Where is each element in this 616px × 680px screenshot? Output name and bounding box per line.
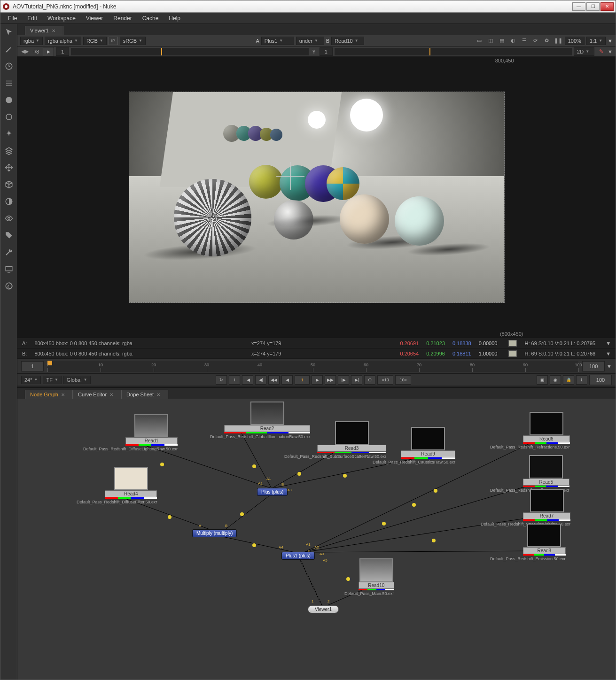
minimize-button[interactable]: —	[572, 2, 585, 11]
list-icon[interactable]	[2, 77, 16, 90]
loop-icon[interactable]: ↻	[216, 375, 227, 385]
cube-icon[interactable]	[2, 178, 16, 191]
menu-cache[interactable]: Cache	[138, 14, 164, 23]
viewer-tab[interactable]: Viewer1 ✕	[25, 26, 63, 35]
input-a-dropdown[interactable]: Plus1▼	[261, 37, 294, 45]
skip-end-icon[interactable]: ▶|	[351, 375, 362, 385]
circle-icon[interactable]	[2, 110, 16, 124]
node-read1[interactable]: Read1 Default_Pass_Redshift_DiffuseLight…	[125, 414, 178, 451]
tab-curveeditor[interactable]: Curve Editor✕	[73, 390, 121, 399]
node-read2[interactable]: Read2 Default_Pass_Redshift_GlobalIllumi…	[224, 402, 310, 439]
merge-op-dropdown[interactable]: under▼	[296, 37, 324, 45]
monitor-icon[interactable]	[2, 263, 16, 276]
globe-icon[interactable]	[2, 93, 16, 107]
mask-icon[interactable]: ◐	[508, 37, 518, 45]
tab-nodegraph[interactable]: Node Graph✕	[25, 390, 73, 399]
node-read5[interactable]: Read5 Default_Pass_Redshift_Reflections.…	[523, 455, 569, 493]
nodegraph[interactable]: Read1 Default_Pass_Redshift_DiffuseLight…	[17, 399, 616, 680]
viewport[interactable]: 800,450	[17, 57, 616, 338]
ffwd-icon[interactable]: ▶▶	[325, 375, 336, 385]
node-read6[interactable]: Read6 Default_Pass_Redshift_Refractions.…	[523, 412, 570, 449]
lock-icon[interactable]: 🔒	[563, 375, 574, 385]
node-plus1[interactable]: Plus1 (plus)	[281, 552, 315, 560]
wrench-icon[interactable]	[2, 246, 16, 259]
node-multiply[interactable]: Multiply (multiply)	[192, 529, 237, 537]
close-icon[interactable]: ✕	[52, 28, 55, 33]
timeline[interactable]: 1 1102030405060708090100 100 ▼	[17, 358, 616, 373]
skip-start-icon[interactable]: |◀	[242, 375, 253, 385]
tag-icon[interactable]	[2, 229, 16, 242]
start-frame[interactable]: 1	[21, 361, 44, 371]
exposure-slider[interactable]	[71, 48, 308, 55]
move-icon[interactable]	[2, 161, 16, 174]
end-frame[interactable]: 100	[582, 361, 605, 371]
play-back-icon[interactable]: ◀	[281, 375, 293, 385]
capture-icon[interactable]: ◉	[550, 375, 561, 385]
flipbook-icon[interactable]: ▣	[537, 375, 548, 385]
close-icon[interactable]: ✕	[156, 392, 160, 397]
menu-file[interactable]: File	[3, 14, 22, 23]
ratio-dropdown[interactable]: 1:1▼	[586, 37, 606, 45]
wand-icon[interactable]: ✎	[596, 47, 606, 56]
refresh-icon[interactable]: ⟳	[531, 37, 540, 45]
node-read4[interactable]: Read4 Default_Pass_Redshift_DiffuseFilte…	[105, 467, 157, 504]
stripes-icon[interactable]: ▤	[497, 37, 507, 45]
node-read8[interactable]: Read8 Default_Pass_Redshift_Emission.50.…	[523, 524, 566, 561]
current-frame[interactable]: 1	[295, 375, 310, 385]
srgb-dropdown[interactable]: sRGB▼	[120, 37, 146, 45]
sparkle-icon[interactable]	[2, 127, 16, 140]
in-point-icon[interactable]: I	[229, 375, 240, 385]
clip-icon[interactable]: ◫	[486, 37, 495, 45]
scope-dropdown[interactable]: Global▼	[63, 376, 91, 384]
chevron-down-icon[interactable]: ▼	[608, 38, 613, 44]
out-point-icon[interactable]: O	[364, 375, 375, 385]
close-icon[interactable]: ✕	[61, 392, 65, 397]
clock-icon[interactable]	[2, 60, 16, 73]
gamma-value[interactable]: 1	[56, 47, 69, 56]
fps-dropdown[interactable]: 24*▼	[21, 376, 41, 384]
skip-fwd-frames[interactable]: 10»	[395, 375, 411, 385]
zoom-dropdown[interactable]: 100%	[565, 37, 585, 45]
download-icon[interactable]: ⤓	[576, 375, 587, 385]
tf-dropdown[interactable]: TF▼	[43, 376, 61, 384]
alpha-dropdown[interactable]: rgba.alpha▼	[45, 37, 81, 45]
lines-icon[interactable]: ☰	[520, 37, 529, 45]
menu-edit[interactable]: Edit	[23, 14, 42, 23]
chevron-down-icon[interactable]: ▼	[606, 340, 611, 346]
menu-workspace[interactable]: Workspace	[43, 14, 80, 23]
close-button[interactable]: ✕	[600, 2, 614, 11]
layers-icon[interactable]	[2, 144, 16, 157]
pencil-icon[interactable]	[2, 43, 16, 56]
maximize-button[interactable]: ☐	[586, 2, 600, 11]
timeline-ruler[interactable]: 1102030405060708090100	[47, 361, 578, 372]
prev-next-icon[interactable]: ◀▶	[20, 47, 30, 56]
wipe-icon[interactable]: ▭	[475, 37, 484, 45]
tab-dopesheet[interactable]: Dope Sheet✕	[121, 390, 168, 399]
menu-viewer[interactable]: Viewer	[81, 14, 108, 23]
node-read7[interactable]: Read7 Default_Pass_Redshift_SpecularLigh…	[523, 489, 570, 526]
play-fwd-icon[interactable]: ▶	[312, 375, 323, 385]
menu-render[interactable]: Render	[109, 14, 136, 23]
node-read3[interactable]: Read3 Default_Pass_Redshift_SubSurfaceSc…	[317, 421, 386, 459]
chevron-down-icon[interactable]: ▼	[608, 49, 613, 54]
ip-button[interactable]: IP	[109, 37, 118, 45]
chevron-down-icon[interactable]: ▼	[606, 351, 611, 356]
chevron-down-icon[interactable]: ▼	[607, 363, 612, 369]
step-fwd-icon[interactable]: |▶	[338, 375, 349, 385]
rgb-dropdown[interactable]: RGB▼	[83, 37, 107, 45]
rewind-icon[interactable]: ◀◀	[268, 375, 280, 385]
spiral-icon[interactable]	[2, 279, 16, 293]
gear-icon[interactable]: ✿	[542, 37, 552, 45]
step-back-icon[interactable]: ◀|	[255, 375, 266, 385]
node-viewer1[interactable]: Viewer1	[308, 605, 339, 613]
node-plus[interactable]: Plus (plus)	[257, 488, 288, 496]
menu-help[interactable]: Help	[164, 14, 185, 23]
play-toggle-icon[interactable]: ▶	[43, 47, 54, 56]
gamma-slider[interactable]	[335, 48, 572, 55]
node-read9[interactable]: Read9 Default_Pass_Redshift_CausticsRaw.…	[401, 427, 455, 464]
pause-icon[interactable]: ❚❚	[554, 37, 563, 45]
viewmode-dropdown[interactable]: 2D▼	[574, 47, 594, 56]
total-frames[interactable]: 100	[589, 375, 612, 385]
titlebar[interactable]: AOVTutorial_PNG.nknc [modified] - Nuke —…	[0, 0, 616, 13]
contrast-icon[interactable]	[2, 195, 16, 208]
